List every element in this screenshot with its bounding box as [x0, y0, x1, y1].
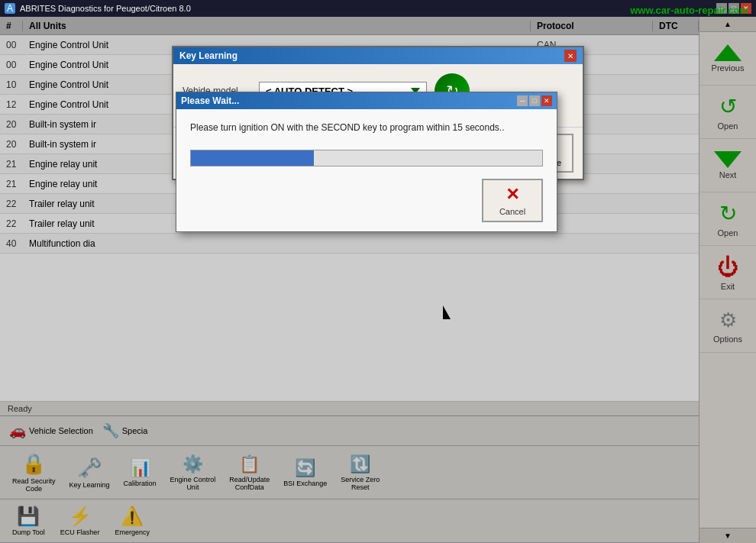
cancel-button[interactable]: ✕ Cancel: [482, 179, 543, 222]
app-title: ABRITES Diagnostics for Peugeot/Citroen …: [20, 4, 191, 13]
please-wait-title: Please Wait...: [181, 95, 239, 106]
please-wait-dialog: Please Wait... ─ □ ✕ Please turn ignitio…: [176, 92, 557, 232]
please-wait-body: Please turn ignition ON with the SECOND …: [176, 109, 557, 231]
cancel-x-icon: ✕: [506, 185, 519, 205]
watermark: www.car-auto-repair.com: [630, 5, 748, 16]
pw-minimize-button[interactable]: ─: [517, 95, 528, 106]
app-icon: A: [5, 3, 15, 14]
key-learning-title-bar: Key Learning ✕: [173, 47, 583, 64]
please-wait-title-bar: Please Wait... ─ □ ✕: [176, 92, 557, 109]
pw-maximize-button[interactable]: □: [529, 95, 540, 106]
key-learning-close-button[interactable]: ✕: [564, 50, 577, 62]
progress-bar-container: [190, 150, 543, 166]
pw-buttons: ✕ Cancel: [190, 179, 543, 222]
cancel-label: Cancel: [499, 207, 525, 216]
pw-close-button[interactable]: ✕: [541, 95, 552, 106]
progress-bar-fill: [191, 150, 314, 166]
please-wait-message: Please turn ignition ON with the SECOND …: [190, 121, 543, 134]
key-learning-title: Key Learning: [179, 50, 237, 61]
